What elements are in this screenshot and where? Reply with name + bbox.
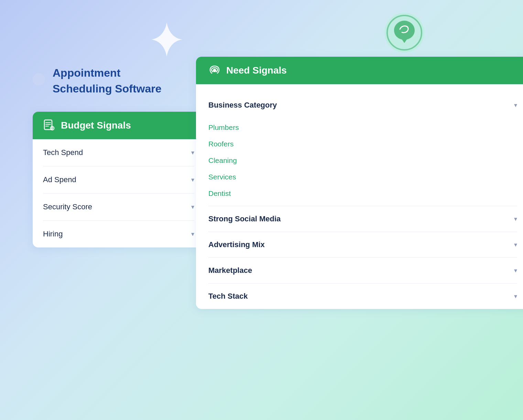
marketplace-label: Marketplace <box>208 266 252 275</box>
logo-circle <box>382 10 427 55</box>
advertising-mix-label: Advertising Mix <box>208 240 265 249</box>
need-card-title: Need Signals <box>226 65 287 76</box>
business-category-label: Business Category <box>208 101 277 110</box>
strong-social-media-label: Strong Social Media <box>208 214 281 223</box>
ad-spend-label: Ad Spend <box>43 175 76 184</box>
card-row-hiring[interactable]: Hiring ▾ <box>43 221 194 247</box>
hiring-label: Hiring <box>43 230 63 239</box>
budget-card-title: Budget Signals <box>61 120 131 131</box>
chevron-down-icon: ▾ <box>514 267 517 274</box>
svg-point-9 <box>213 69 216 72</box>
chevron-down-icon: ▾ <box>191 149 194 156</box>
subitem-plumbers[interactable]: Plumbers <box>208 119 239 136</box>
chevron-down-icon: ▾ <box>514 215 517 223</box>
signal-icon <box>208 64 221 77</box>
need-card-header: Need Signals <box>196 57 523 84</box>
chevron-down-icon: ▾ <box>514 292 517 300</box>
document-icon <box>43 119 55 132</box>
need-signals-card: Need Signals Business Category ▾ Plumber… <box>196 57 523 309</box>
chevron-down-icon: ▾ <box>191 176 194 184</box>
business-category-subitems: Plumbers Roofers Cleaning Services Denti… <box>208 114 239 206</box>
card-row-tech-spend[interactable]: Tech Spend ▾ <box>43 139 194 166</box>
budget-card-body: Tech Spend ▾ Ad Spend ▾ Security Score ▾… <box>33 139 205 247</box>
chevron-down-icon: ▾ <box>514 101 517 109</box>
need-card-row-tech-stack[interactable]: Tech Stack ▾ <box>208 284 517 309</box>
card-row-security-score[interactable]: Security Score ▾ <box>43 194 194 221</box>
chevron-down-icon: ▾ <box>191 203 194 211</box>
need-card-row-advertising-mix[interactable]: Advertising Mix ▾ <box>208 232 517 258</box>
chevron-down-icon: ▾ <box>514 241 517 248</box>
card-row-ad-spend[interactable]: Ad Spend ▾ <box>43 166 194 194</box>
budget-card-header: Budget Signals <box>33 112 205 139</box>
need-card-row-strong-social-media[interactable]: Strong Social Media ▾ <box>208 206 517 232</box>
need-card-row-marketplace[interactable]: Marketplace ▾ <box>208 258 517 284</box>
star-decoration <box>148 21 186 62</box>
tech-spend-label: Tech Spend <box>43 148 83 157</box>
subitem-cleaning[interactable]: Cleaning <box>208 152 239 169</box>
left-title-area: Appointment Scheduling Software <box>33 64 161 96</box>
subitem-dentist[interactable]: Dentist <box>208 185 239 205</box>
need-card-body: Business Category ▾ Plumbers Roofers Cle… <box>196 84 523 309</box>
need-card-row-business-category[interactable]: Business Category ▾ Plumbers Roofers Cle… <box>208 84 517 206</box>
page-title-line1: Appointment <box>53 66 161 79</box>
security-score-label: Security Score <box>43 202 92 211</box>
subitem-services[interactable]: Services <box>208 169 239 185</box>
title-dot <box>33 73 45 86</box>
chevron-down-icon: ▾ <box>191 230 194 238</box>
page-title-line2: Scheduling Software <box>53 82 161 95</box>
budget-signals-card: Budget Signals Tech Spend ▾ Ad Spend ▾ S… <box>33 112 205 247</box>
subitem-roofers[interactable]: Roofers <box>208 136 239 152</box>
tech-stack-label: Tech Stack <box>208 292 248 301</box>
